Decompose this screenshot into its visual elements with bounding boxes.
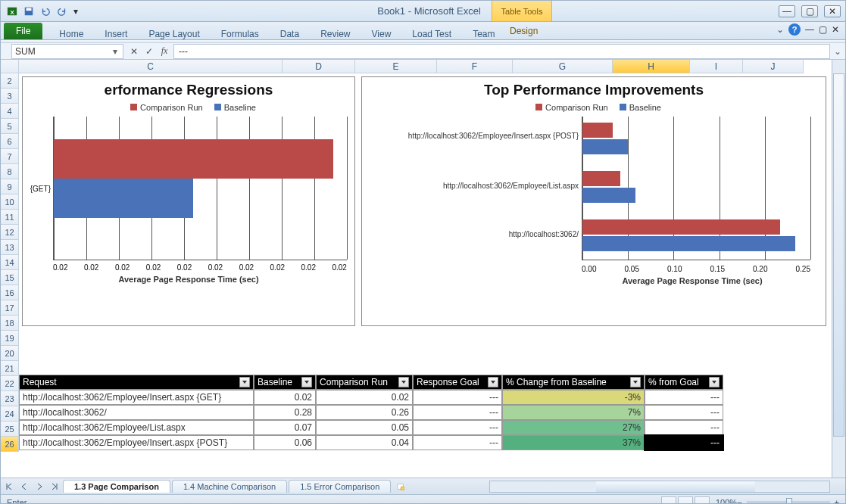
sheet-nav-first-icon[interactable] xyxy=(2,480,16,493)
workbook-minimize-icon[interactable]: — xyxy=(805,24,814,35)
table-cell[interactable]: 0.02 xyxy=(254,390,316,405)
table-cell[interactable]: --- xyxy=(413,435,502,450)
zoom-thumb[interactable] xyxy=(786,498,792,505)
tab-insert[interactable]: Insert xyxy=(94,26,138,42)
redo-icon[interactable] xyxy=(55,5,69,18)
filter-dropdown-icon[interactable] xyxy=(709,377,720,387)
filter-dropdown-icon[interactable] xyxy=(630,377,641,387)
fx-icon[interactable]: fx xyxy=(157,44,172,59)
row-header[interactable]: 23 xyxy=(1,391,19,406)
column-header[interactable]: H xyxy=(613,60,690,73)
table-cell[interactable]: http://localhost:3062/ xyxy=(19,405,254,420)
row-header[interactable]: 2 xyxy=(1,73,19,89)
file-tab[interactable]: File xyxy=(4,23,42,39)
table-cell[interactable]: --- xyxy=(413,390,502,405)
tab-design[interactable]: Design xyxy=(499,23,548,39)
filter-dropdown-icon[interactable] xyxy=(239,377,250,387)
table-cell[interactable]: 27% xyxy=(502,420,645,435)
row-header[interactable]: 5 xyxy=(1,119,19,134)
sheet-nav-next-icon[interactable] xyxy=(33,480,46,493)
page-break-view-button[interactable] xyxy=(695,496,710,505)
column-header[interactable]: I xyxy=(690,60,743,73)
column-header[interactable]: E xyxy=(355,60,437,73)
table-cell[interactable]: http://localhost:3062/Employee/Insert.as… xyxy=(19,390,254,405)
close-button[interactable]: ✕ xyxy=(824,5,841,17)
row-header[interactable]: 16 xyxy=(1,285,19,300)
row-header[interactable]: 8 xyxy=(1,164,19,179)
table-header[interactable]: % Change from Baseline xyxy=(502,375,645,390)
cancel-edit-icon[interactable]: ✕ xyxy=(126,44,142,59)
table-cell[interactable]: --- xyxy=(645,390,723,405)
expand-formula-bar-icon[interactable]: ⌄ xyxy=(830,46,845,57)
filter-dropdown-icon[interactable] xyxy=(398,377,409,387)
sheet-tab[interactable]: 1.4 Machine Comparison xyxy=(172,480,287,493)
tab-review[interactable]: Review xyxy=(310,26,361,42)
qat-customize-icon[interactable]: ▾ xyxy=(72,5,80,18)
table-cell[interactable]: --- xyxy=(645,420,723,435)
tab-load-test[interactable]: Load Test xyxy=(401,26,462,42)
tab-formulas[interactable]: Formulas xyxy=(211,26,270,42)
row-header[interactable]: 20 xyxy=(1,346,19,361)
table-cell[interactable]: -3% xyxy=(502,390,645,405)
row-header[interactable]: 19 xyxy=(1,331,19,346)
table-header[interactable]: % from Goal xyxy=(645,375,723,390)
new-sheet-icon[interactable] xyxy=(394,480,407,493)
workbook-restore-icon[interactable]: ▢ xyxy=(819,24,827,35)
table-cell[interactable]: 0.05 xyxy=(316,420,413,435)
column-header[interactable]: D xyxy=(283,60,355,73)
tab-view[interactable]: View xyxy=(361,26,402,42)
table-cell[interactable]: 0.07 xyxy=(254,420,316,435)
normal-view-button[interactable] xyxy=(661,496,676,505)
row-header[interactable]: 12 xyxy=(1,225,19,240)
column-header[interactable]: C xyxy=(19,60,283,73)
table-header[interactable]: Baseline xyxy=(254,375,316,390)
zoom-out-button[interactable]: − xyxy=(737,498,741,505)
workbook-close-icon[interactable]: ✕ xyxy=(832,24,839,35)
table-header[interactable]: Comparison Run xyxy=(316,375,413,390)
sheet-nav-last-icon[interactable] xyxy=(48,480,61,493)
page-layout-view-button[interactable] xyxy=(678,496,693,505)
filter-dropdown-icon[interactable] xyxy=(301,377,312,387)
sheet-tab[interactable]: 1.5 Error Comparison xyxy=(289,480,391,493)
table-cell[interactable]: 0.28 xyxy=(254,405,316,420)
tab-page-layout[interactable]: Page Layout xyxy=(138,26,210,42)
table-cell[interactable]: 37% xyxy=(502,435,645,450)
row-header[interactable]: 10 xyxy=(1,194,19,210)
tab-home[interactable]: Home xyxy=(48,26,94,42)
maximize-button[interactable]: ▢ xyxy=(801,5,818,17)
row-header[interactable]: 22 xyxy=(1,376,19,391)
table-header[interactable]: Response Goal xyxy=(413,375,502,390)
column-header[interactable]: F xyxy=(437,60,513,73)
horizontal-scrollbar[interactable] xyxy=(489,481,830,493)
table-cell[interactable]: 0.06 xyxy=(254,435,316,450)
ribbon-min-caret-icon[interactable]: ⌄ xyxy=(776,24,784,35)
table-cell[interactable]: 0.26 xyxy=(316,405,413,420)
chart-regressions[interactable]: erformance Regressions Comparison Run Ba… xyxy=(22,76,355,326)
table-cell[interactable]: --- xyxy=(413,420,502,435)
row-header[interactable]: 7 xyxy=(1,149,19,164)
row-header[interactable]: 18 xyxy=(1,316,19,331)
row-header[interactable]: 6 xyxy=(1,134,19,149)
column-header[interactable]: G xyxy=(513,60,613,73)
row-header[interactable]: 13 xyxy=(1,240,19,255)
sheet-nav-prev-icon[interactable] xyxy=(17,480,31,493)
table-cell[interactable]: 0.02 xyxy=(316,390,413,405)
row-header[interactable]: 15 xyxy=(1,270,19,285)
table-cell[interactable]: --- xyxy=(645,405,723,420)
sheet-tab-active[interactable]: 1.3 Page Comparison xyxy=(63,480,170,493)
table-cell[interactable]: http://localhost:3062/Employee/List.aspx xyxy=(19,420,254,435)
table-header[interactable]: Request xyxy=(19,375,254,390)
accept-edit-icon[interactable]: ✓ xyxy=(142,44,157,59)
help-icon[interactable]: ? xyxy=(788,23,801,36)
row-header[interactable]: 14 xyxy=(1,255,19,270)
row-header[interactable]: 9 xyxy=(1,179,19,194)
scroll-thumb[interactable] xyxy=(833,73,844,437)
table-cell[interactable]: --- xyxy=(413,405,502,420)
tab-data[interactable]: Data xyxy=(270,26,310,42)
table-cell[interactable]: http://localhost:3062/Employee/Insert.as… xyxy=(19,435,254,450)
name-box[interactable]: SUM ▾ xyxy=(11,44,123,59)
chart-improvements[interactable]: Top Performance Improvements Comparison … xyxy=(361,76,826,326)
zoom-level[interactable]: 100% xyxy=(716,498,737,505)
zoom-in-button[interactable]: + xyxy=(835,498,839,505)
scroll-thumb[interactable] xyxy=(596,481,755,492)
